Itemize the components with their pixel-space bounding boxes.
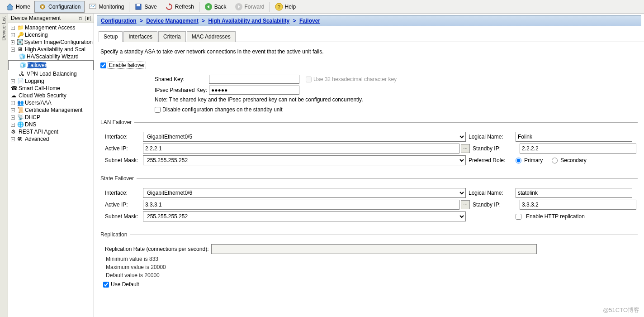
tree-item-users-aaa[interactable]: +👥Users/AAA (8, 99, 94, 106)
save-icon (134, 3, 142, 11)
configuration-button[interactable]: Configuration (34, 1, 85, 13)
lan-subnet-select[interactable]: 255.255.255.252 (143, 155, 466, 165)
state-subnet-select[interactable]: 255.255.255.252 (143, 211, 466, 221)
tab-criteria[interactable]: Criteria (158, 31, 186, 42)
state-interface-select[interactable]: GigabitEthernet0/6 (143, 188, 466, 198)
lan-standby-ip-input[interactable] (520, 144, 636, 154)
tree-item-certificate-management[interactable]: +📜Certificate Management (8, 106, 94, 114)
save-button[interactable]: Save (130, 1, 161, 13)
back-icon (204, 3, 213, 11)
http-replication-label: Enable HTTP replication (526, 213, 585, 220)
tree-item-advanced[interactable]: +🛠Advanced (8, 135, 94, 143)
users-icon: 👥 (17, 100, 24, 106)
use-hex-checkbox[interactable] (306, 77, 312, 82)
main-panel: Configuration > Device Management > High… (94, 14, 644, 317)
crumb-failover[interactable]: Failover (299, 18, 320, 24)
restore-icon[interactable]: □ (78, 16, 83, 21)
state-standby-ip-label: Standby IP: (473, 202, 517, 208)
lan-failover-legend: LAN Failover (100, 119, 134, 125)
save-label: Save (144, 4, 156, 10)
lan-active-ip-browse[interactable]: … (461, 144, 470, 153)
sidebar-title: Device Management (11, 15, 61, 21)
help-label: Help (285, 4, 296, 10)
folder-icon: 📁 (17, 24, 24, 31)
use-hex-label: Use 32 hexadecimal character key (313, 76, 397, 82)
tree-item-smart-call-home[interactable]: ☎Smart Call-Home (8, 85, 94, 92)
tree-item-licensing[interactable]: +🔑Licensing (8, 31, 94, 38)
tree-item-management-access[interactable]: +📁Management Access (8, 24, 94, 31)
forward-button[interactable]: Forward (231, 1, 269, 13)
tree-item-dns[interactable]: +🌐DNS (8, 121, 94, 128)
tab-mac-addresses[interactable]: MAC Addresses (187, 31, 236, 42)
state-active-ip-input[interactable] (143, 200, 459, 210)
state-subnet-label: Subnet Mask: (100, 213, 140, 220)
replication-group: Replication Replication Rate (connection… (100, 231, 638, 291)
primary-radio[interactable] (516, 158, 521, 163)
sidebar: Device Management □ ₽ +📁Management Acces… (8, 14, 94, 317)
separator (129, 2, 129, 12)
tab-content: Specify a standby ASA to take over netwo… (94, 42, 644, 302)
lan-logical-label: Logical Name: (469, 134, 513, 140)
ha-icon: 🖥 (17, 46, 24, 53)
crumb-high-availability[interactable]: High Availability and Scalability (208, 18, 289, 24)
tree-item-cloud-web-security[interactable]: ☁Cloud Web Security (8, 92, 94, 99)
tree-item-logging[interactable]: +📄Logging (8, 77, 94, 85)
replication-rate-input (211, 244, 537, 254)
default-value-text: Default value is 20000 (106, 272, 638, 279)
disable-config-checkbox[interactable] (155, 107, 161, 113)
refresh-button[interactable]: Refresh (161, 1, 198, 13)
enable-failover-checkbox[interactable] (100, 62, 106, 68)
monitoring-label: Monitoring (99, 4, 124, 10)
tab-interfaces[interactable]: Interfaces (123, 31, 157, 42)
help-button[interactable]: ? Help (271, 1, 300, 13)
tabs: Setup Interfaces Criteria MAC Addresses (99, 31, 644, 42)
tree-item-ha-wizard[interactable]: 🧊HA/Scalability Wizard (8, 53, 94, 60)
ipsec-key-input[interactable] (209, 86, 299, 95)
monitoring-button[interactable]: Monitoring (85, 1, 128, 13)
watermark: @51CTO博客 (603, 306, 639, 314)
lan-standby-ip-label: Standby IP: (473, 145, 517, 152)
failover-icon: 🧊 (19, 62, 26, 68)
wizard-icon: 🧊 (19, 53, 25, 60)
lan-interface-select[interactable]: GigabitEthernet0/5 (143, 132, 466, 142)
tree-item-system-image[interactable]: +💽System Image/Configuration (8, 38, 94, 46)
secondary-radio[interactable] (552, 158, 558, 163)
tab-setup[interactable]: Setup (99, 31, 123, 42)
tree-item-dhcp[interactable]: +📡DHCP (8, 114, 94, 121)
cloud-icon: ☁ (11, 92, 17, 99)
tree-item-vpn-load-balancing[interactable]: 🖧VPN Load Balancing (8, 70, 94, 77)
crumb-device-management[interactable]: Device Management (146, 18, 198, 24)
log-icon: 📄 (17, 78, 24, 84)
advanced-icon: 🛠 (17, 136, 24, 142)
pin-icon[interactable]: ₽ (85, 16, 91, 21)
state-active-ip-browse[interactable]: … (461, 200, 470, 209)
use-default-label: Use Default (111, 281, 139, 288)
state-failover-legend: State Failover (100, 175, 137, 182)
vpn-icon: 🖧 (19, 71, 25, 77)
cert-icon: 📜 (17, 107, 24, 113)
device-tree[interactable]: +📁Management Access +🔑Licensing +💽System… (8, 23, 94, 317)
lan-subnet-label: Subnet Mask: (100, 157, 140, 163)
state-logical-input[interactable] (516, 188, 632, 198)
back-button[interactable]: Back (200, 1, 231, 13)
main-toolbar: Home Configuration Monitoring Save Refre… (0, 0, 644, 14)
home-button[interactable]: Home (2, 1, 34, 13)
lan-logical-input[interactable] (516, 132, 632, 142)
home-icon (6, 3, 14, 11)
replication-legend: Replication (100, 231, 130, 238)
separator (199, 2, 199, 12)
lan-active-ip-input[interactable] (143, 144, 459, 154)
use-default-checkbox[interactable] (103, 282, 109, 288)
tree-item-failover[interactable]: 🧊Failover (8, 60, 94, 70)
api-icon: ⚙ (11, 129, 17, 135)
phone-icon: ☎ (11, 85, 17, 91)
http-replication-checkbox[interactable] (516, 214, 521, 220)
tree-item-rest-api[interactable]: ⚙REST API Agent (8, 128, 94, 135)
tree-item-high-availability[interactable]: −🖥High Availability and Scal (8, 46, 94, 53)
side-tab[interactable]: Device List (0, 14, 8, 317)
crumb-configuration[interactable]: Configuration (101, 18, 137, 24)
disk-icon: 💽 (17, 39, 23, 45)
shared-key-input[interactable] (209, 75, 299, 84)
state-standby-ip-input[interactable] (520, 200, 636, 210)
state-interface-label: Interface: (100, 190, 140, 196)
